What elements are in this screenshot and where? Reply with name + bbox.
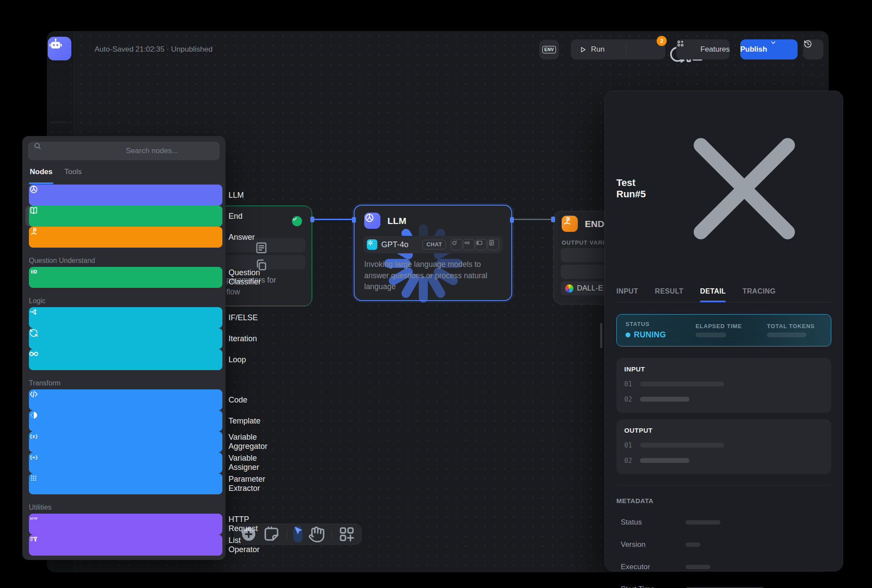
start-node[interactable]: parameters for flow — [219, 206, 312, 306]
node-item-if-else[interactable]: IF/ELSE — [25, 307, 222, 328]
skeleton-bar — [686, 565, 710, 569]
skeleton-bar — [640, 443, 724, 448]
play-icon — [579, 46, 587, 54]
node-item-label: Code — [229, 396, 247, 405]
model-selector[interactable]: GPT-4o CHAT — [363, 236, 503, 253]
node-item-loop[interactable]: Loop — [25, 349, 222, 370]
parameter-extractor-icon — [29, 473, 222, 494]
pointer-tool-active[interactable] — [293, 526, 302, 542]
metadata-label: Status — [621, 518, 686, 527]
status-card: STATUSRUNINGELAPSED TIMETOTAL TOKENS — [616, 314, 831, 346]
http-request-icon: HTTP — [29, 514, 222, 535]
tab-input[interactable]: INPUT — [616, 287, 638, 295]
row-number: 02 — [624, 457, 632, 465]
test-run-panel: Test Run#5 INPUTRESULTDETAILTRACING STAT… — [605, 91, 843, 571]
svg-text:{=}: {=} — [29, 455, 38, 460]
node-item-label: List Operator — [229, 536, 260, 554]
node-item-code[interactable]: Code — [25, 389, 222, 410]
output-port[interactable] — [310, 217, 314, 222]
node-panel-tabs: NodesTools — [22, 168, 225, 185]
hand-icon[interactable] — [307, 524, 325, 544]
tab-tracing[interactable]: TRACING — [742, 287, 776, 295]
status-col-elapsed-time: ELAPSED TIME — [696, 315, 767, 346]
tab-result[interactable]: RESULT — [655, 287, 683, 295]
output-port[interactable] — [510, 217, 514, 223]
node-item-label: Answer — [229, 233, 255, 242]
output-variables-label: OUTPUT VARIA — [562, 239, 609, 246]
llm-node[interactable]: LLM GPT-4o CHAT Invoking large language … — [354, 205, 512, 301]
node-item-variable-assigner[interactable]: {=}Variable Assigner — [25, 452, 222, 473]
start-node-field-row[interactable] — [223, 255, 306, 270]
output-card: OUTPUT 0102 — [616, 419, 831, 474]
flag-icon — [562, 216, 578, 232]
env-button[interactable]: ENV — [539, 40, 559, 60]
answer-icon — [29, 227, 222, 248]
node-item-llm[interactable]: LLM — [25, 185, 222, 206]
input-card: INPUT 0102 — [616, 358, 831, 413]
canvas-scrollbar[interactable] — [600, 323, 602, 348]
node-item-iteration[interactable]: Iteration — [25, 328, 222, 349]
list-operator-icon — [29, 535, 222, 556]
variable-assigner-icon: {=} — [29, 452, 222, 473]
features-label: Features — [700, 45, 730, 54]
publish-button[interactable]: Publish — [740, 39, 798, 60]
notifications-badge: 2 — [657, 36, 667, 46]
audio-chip-icon — [463, 239, 475, 250]
svg-text:HTTP: HTTP — [30, 517, 38, 520]
close-icon[interactable] — [658, 102, 831, 276]
node-item-label: End — [229, 212, 243, 221]
tab-detail[interactable]: DETAIL — [700, 287, 726, 295]
version-history-button[interactable] — [803, 39, 823, 60]
node-item-template[interactable]: Template — [25, 410, 222, 431]
node-item-question-classifier[interactable]: Question Classifier — [25, 267, 222, 288]
autosave-status: Auto-Saved 21:02:35 · Unpublished — [95, 45, 212, 54]
history-icon — [803, 39, 823, 60]
features-button[interactable]: Features — [676, 39, 730, 60]
chat-mode-badge: CHAT — [422, 240, 446, 249]
node-item-end[interactable]: End — [25, 206, 222, 227]
input-port[interactable] — [551, 217, 555, 222]
edge-llm-to-end[interactable] — [513, 219, 553, 220]
skeleton-bar — [767, 332, 806, 337]
input-rows: 0102 — [624, 380, 823, 403]
success-check-badge — [292, 216, 302, 226]
search-box[interactable] — [28, 142, 220, 160]
search-input[interactable] — [125, 146, 215, 156]
pointer-icon — [293, 526, 302, 542]
svg-text:{x}: {x} — [29, 434, 38, 439]
tab-nodes[interactable]: Nodes — [30, 168, 53, 184]
section-question-understand: Question Understand — [25, 255, 222, 267]
layout-icon[interactable] — [338, 524, 356, 544]
app-logo[interactable] — [48, 37, 71, 60]
run-button-group[interactable]: Run — [571, 39, 665, 60]
node-item-answer[interactable]: Answer — [25, 227, 222, 248]
end-icon — [29, 206, 222, 227]
end-node-icon — [562, 216, 578, 232]
divider — [616, 485, 831, 486]
divider — [626, 44, 626, 55]
status-col-label: STATUS — [626, 321, 696, 327]
node-item-parameter-extractor[interactable]: Parameter Extractor — [25, 473, 222, 494]
end-node-title: END — [585, 219, 604, 229]
skeleton-bar — [686, 520, 721, 525]
section-utilities: Utilities — [25, 501, 222, 514]
note-add-icon[interactable] — [262, 524, 281, 544]
metadata-row-start-time: Start Time — [616, 585, 831, 588]
if-else-icon — [29, 307, 222, 328]
input-port[interactable] — [352, 217, 356, 223]
status-col-label: ELAPSED TIME — [696, 323, 767, 329]
section-transform: Transform — [25, 377, 222, 389]
node-item-label: Loop — [229, 355, 246, 364]
tab-tools[interactable]: Tools — [64, 168, 82, 184]
output-title: OUTPUT — [624, 427, 823, 434]
io-row: 01 — [624, 380, 823, 388]
run-button[interactable]: Run — [571, 45, 605, 54]
metadata-label: Version — [621, 540, 686, 549]
check-icon — [292, 216, 302, 226]
node-item-list-operator[interactable]: List Operator — [25, 535, 222, 556]
metadata-row-status: Status — [616, 518, 831, 527]
robot-icon — [48, 37, 71, 60]
node-item-http-request[interactable]: HTTPHTTP Request — [25, 514, 222, 535]
node-item-variable-aggregator[interactable]: {x}Variable Aggregator — [25, 431, 222, 452]
skeleton-bar — [686, 542, 700, 547]
